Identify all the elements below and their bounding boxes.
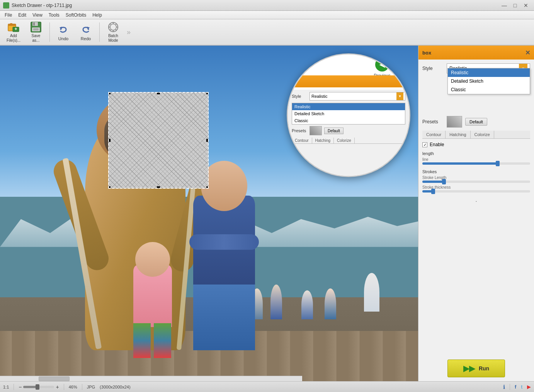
handle-middle-right[interactable] [206,139,209,142]
run-button[interactable]: ▶▶ Run [447,360,505,377]
window-title: Sketch Drawer - otp-1711.jpg [12,3,72,8]
menu-help[interactable]: Help [89,12,105,19]
redo-icon [80,23,92,36]
run-icon: ▶▶ [463,364,475,373]
style-dropdown-list[interactable]: Realistic Detailed Sketch Classic [292,103,405,124]
strokes-label: Strokes [422,169,530,174]
panel-presets-label: Presets [422,119,444,124]
redo-button[interactable]: Redo [75,21,96,43]
zoom-slider-thumb[interactable] [36,384,39,390]
presets-row: Presets Default [292,126,405,135]
stroke-length-slider-thumb[interactable] [442,179,446,184]
preset-default-button[interactable]: Default [324,128,344,134]
style-dropdown[interactable]: Realistic ▼ [310,92,405,101]
zoom-slider-track[interactable] [23,386,54,388]
style-dropdown-arrow-icon: ▼ [396,92,403,100]
line-sublabel: line [422,157,530,162]
panel-option-detailed-sketch[interactable]: Detailed Sketch [448,77,530,85]
scrollbar-thumb[interactable] [39,377,70,381]
handle-bottom-left[interactable] [108,186,111,189]
bg-person-4 [325,288,336,319]
option-detailed-sketch[interactable]: Detailed Sketch [292,110,405,117]
panel-tab-hatching[interactable]: Hatching [446,131,470,138]
panel-option-realistic[interactable]: Realistic [448,68,530,77]
panel-header: box ✕ [418,46,534,60]
add-files-button[interactable]: + AddFile(s)... [3,21,24,43]
stroke-length-slider-track[interactable] [422,181,530,183]
tab-colorize[interactable]: Colorize [334,138,355,143]
zoom-in-icon[interactable]: + [56,384,59,390]
line-slider-track[interactable] [422,162,530,165]
menu-softorbits[interactable]: SoftOrbits [63,12,89,19]
enable-checkbox[interactable]: ✓ [422,142,427,147]
handle-top-left[interactable] [108,92,111,94]
undo-button[interactable]: Undo [53,21,74,43]
menu-view[interactable]: View [29,12,46,19]
magnify-panel-header: box ✕ [287,75,410,87]
maximize-button[interactable]: □ [510,2,520,9]
sketch-inner [109,93,208,188]
panel-style-label: Style [422,66,444,71]
info-icon[interactable]: ℹ [503,384,505,390]
panel-close-icon[interactable]: ✕ [525,49,530,56]
line-slider-fill [422,162,498,165]
panel-dropdown-list[interactable]: Realistic Detailed Sketch Classic [447,68,530,94]
panel-tab-colorize[interactable]: Colorize [471,131,494,138]
twitter-icon[interactable]: t [521,384,522,390]
handle-top-middle[interactable] [157,92,160,94]
save-as-label: Saveas... [32,34,41,43]
window-controls: — □ ✕ [499,2,531,9]
horizontal-scrollbar[interactable] [0,376,302,381]
batch-mode-icon [107,21,119,33]
panel-content: Style Realistic ▼ Realistic Detailed Ske… [418,60,534,356]
stroke-thickness-slider-track[interactable] [422,190,530,193]
previous-button[interactable]: ◀ [375,58,389,72]
close-button[interactable]: ✕ [521,2,531,9]
magnify-panel-title: box [288,78,297,84]
line-slider-thumb[interactable] [496,161,500,166]
handle-top-right[interactable] [206,92,209,94]
handle-middle-left[interactable] [108,139,111,142]
tab-contour[interactable]: Contour [292,138,312,143]
option-classic[interactable]: Classic [292,117,405,124]
bg-person-2 [270,285,282,319]
undo-label: Undo [58,36,68,41]
length-label: length [422,151,530,156]
menu-tools[interactable]: Tools [46,12,63,19]
length-slider-section: length line [422,151,530,165]
canvas-area[interactable]: ◀ ▶ Previous Next box ✕ St [0,46,418,381]
panel-presets-row: Presets Default [422,116,530,128]
facebook-icon[interactable]: f [515,384,516,390]
status-sep-3 [82,384,82,390]
add-files-icon: + [7,21,20,33]
bg-person-3 [301,290,313,319]
menu-file[interactable]: File [2,12,15,19]
handle-bottom-right[interactable] [206,186,209,189]
zoom-out-icon[interactable]: − [19,384,22,390]
enable-row: ✓ Enable [422,142,530,147]
handle-bottom-middle[interactable] [157,186,160,189]
panel-option-classic[interactable]: Classic [448,85,530,94]
option-realistic[interactable]: Realistic [292,103,405,110]
stroke-length-label: Stroke Length [422,176,530,180]
minimize-button[interactable]: — [499,2,509,9]
status-bar: 1:1 − + 46% JPG (3000x2000x24) ℹ f t ▶ [0,381,534,392]
undo-icon [57,23,70,36]
next-button[interactable]: ▶ [391,58,405,72]
menu-edit[interactable]: Edit [15,12,29,19]
batch-mode-button[interactable]: BatchMode [103,21,124,43]
panel-preset-thumb [447,116,462,128]
panel-title: box [422,50,431,56]
magnify-close-icon[interactable]: ✕ [404,78,409,85]
stroke-thickness-slider-thumb[interactable] [431,189,435,194]
save-as-button[interactable]: Saveas... [26,21,46,43]
panel-preset-default-button[interactable]: Default [465,118,487,126]
tab-hatching[interactable]: Hatching [312,138,334,143]
toolbar-more-icon[interactable]: » [127,28,131,36]
magnify-panel-body: Style Realistic ▼ Realistic Detailed Ske… [288,90,409,176]
redo-label: Redo [81,36,91,41]
youtube-icon[interactable]: ▶ [527,384,531,390]
zoom-slider-control[interactable]: − + [19,384,59,390]
sketch-preview-box[interactable] [108,92,209,189]
panel-tab-contour[interactable]: Contour [422,131,446,138]
